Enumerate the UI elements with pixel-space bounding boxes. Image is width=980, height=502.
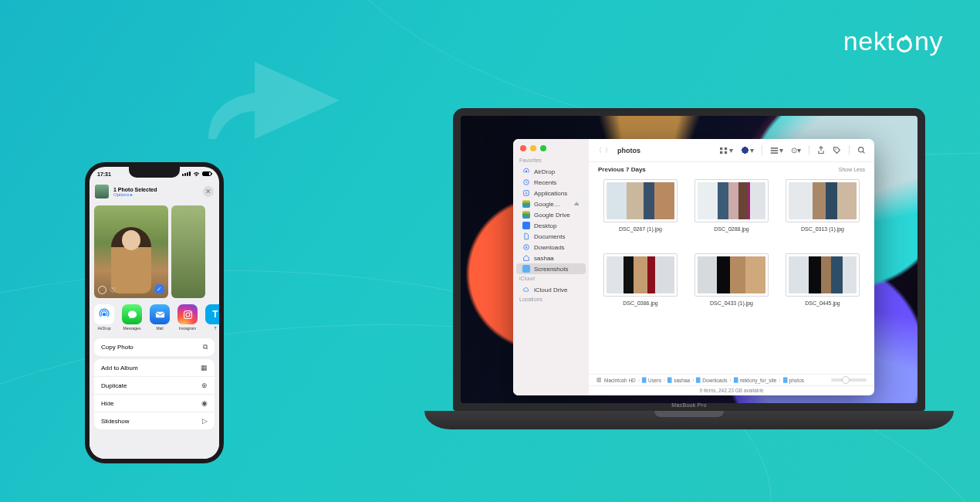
close-button[interactable]: ✕ [203, 186, 214, 197]
minimize-window-button[interactable] [530, 145, 536, 151]
apps-icon: A [522, 189, 530, 197]
cloud-icon [522, 286, 530, 293]
path-segment[interactable]: sashaa [674, 378, 690, 383]
account-menu[interactable]: ▾ [739, 146, 755, 154]
action-label: Slideshow [101, 418, 129, 425]
sidebar-item-downloads[interactable]: Downloads [516, 242, 586, 253]
sidebar-section-icloud: iCloud [513, 274, 589, 284]
action-copy-photo[interactable]: Copy Photo ⧉ [94, 338, 215, 356]
share-button[interactable] [816, 146, 826, 154]
photo-thumbnail-selected[interactable]: ♡ ✓ [94, 205, 168, 298]
tags-button[interactable] [831, 146, 843, 154]
avatar-icon [741, 146, 749, 154]
sidebar-label: iCloud Drive [534, 287, 568, 293]
brand-o-icon [897, 37, 912, 53]
drive-icon [522, 211, 530, 219]
photo-preview-strip[interactable]: ♡ ✓ [90, 202, 219, 301]
path-segment[interactable]: Macintosh HD [604, 378, 636, 383]
search-button[interactable] [856, 146, 867, 154]
file-name: DSC_0313 (1).jpg [801, 226, 844, 232]
sidebar-item-icloud-drive[interactable]: iCloud Drive [516, 284, 586, 295]
close-window-button[interactable] [520, 145, 526, 151]
show-less-button[interactable]: Show Less [839, 167, 865, 172]
svg-rect-15 [771, 150, 778, 151]
finder-sidebar: Favorites AirDrop Recents AApplications … [513, 139, 589, 395]
file-item[interactable]: DSC_0313 (1).jpg [780, 179, 865, 250]
file-thumbnail [786, 253, 860, 297]
folder-icon: ▇ [783, 377, 787, 383]
path-segment[interactable]: Users [648, 378, 661, 383]
back-button[interactable]: 〈 [596, 146, 602, 154]
file-item[interactable]: DSC_0267 (1).jpg [598, 179, 683, 250]
eject-icon[interactable]: ⏏ [574, 201, 580, 207]
path-segment[interactable]: Downloads [702, 378, 727, 383]
svg-rect-14 [771, 148, 778, 149]
action-add-to-album[interactable]: Add to Album ▦ [94, 359, 215, 376]
drive-icon [522, 200, 530, 208]
finder-main: 〈 〉 photos ▾ ▾ ▾ ⊙▾ [589, 139, 874, 395]
file-name: DSC_0288.jpg [714, 226, 749, 232]
sidebar-label: Applications [534, 190, 567, 197]
app-label: AirDrop [91, 326, 117, 331]
path-segment[interactable]: nektony_for_site [740, 378, 777, 383]
file-name: DSC_0267 (1).jpg [619, 226, 662, 232]
svg-text:A: A [525, 192, 528, 195]
action-menu-button[interactable]: ⊙▾ [789, 146, 803, 154]
view-icons-button[interactable]: ▾ [718, 146, 735, 154]
svg-rect-1 [155, 311, 164, 317]
sidebar-item-airdrop[interactable]: AirDrop [516, 166, 586, 177]
sidebar-label: Google… [534, 201, 560, 208]
cellular-icon [182, 171, 191, 176]
file-item[interactable]: DSC_0288.jpg [689, 179, 774, 250]
sidebar-label: Screenshots [534, 266, 568, 273]
folder-icon [522, 265, 530, 273]
desktop-icon [522, 222, 530, 229]
sidebar-item-screenshots[interactable]: Screenshots [516, 263, 586, 274]
copy-icon: ⧉ [203, 343, 208, 351]
favorite-icon: ♡ [110, 287, 116, 294]
share-app-more[interactable]: T T [202, 304, 219, 331]
zoom-window-button[interactable] [540, 145, 546, 151]
sidebar-label: Google Drive [534, 212, 570, 219]
app-label: Messages [119, 326, 145, 331]
svg-rect-16 [771, 152, 778, 154]
sidebar-label: Desktop [534, 222, 556, 229]
slideshow-icon: ▷ [202, 417, 208, 425]
toolbar-divider [762, 145, 762, 155]
file-item[interactable]: DSC_0445.jpg [780, 253, 865, 324]
disk-icon: ▥ [596, 377, 602, 383]
sidebar-item-recents[interactable]: Recents [516, 177, 586, 188]
sidebar-item-desktop[interactable]: Desktop [516, 220, 586, 231]
sidebar-item-google-drive[interactable]: Google Drive [516, 209, 586, 220]
share-options-link[interactable]: Options ▸ [113, 192, 198, 197]
file-name: DSC_0445.jpg [805, 300, 840, 306]
sidebar-item-google-eject[interactable]: Google…⏏ [516, 198, 586, 209]
share-app-airdrop[interactable]: AirDrop [91, 304, 117, 331]
action-duplicate[interactable]: Duplicate ⊕ [94, 376, 215, 394]
file-name: DSC_0433 (1).jpg [710, 300, 753, 306]
folder-icon: ▇ [667, 377, 671, 383]
sidebar-item-documents[interactable]: Documents [516, 231, 586, 242]
path-segment[interactable]: photos [789, 378, 805, 383]
svg-point-17 [835, 148, 836, 150]
share-app-instagram[interactable]: Instagram [174, 304, 201, 331]
macbook-device: Favorites AirDrop Recents AApplications … [424, 108, 954, 429]
share-app-messages[interactable]: Messages [119, 304, 145, 331]
sidebar-label: sashaa [534, 255, 554, 262]
sidebar-item-applications[interactable]: AApplications [516, 188, 586, 198]
sidebar-item-user[interactable]: sashaa [516, 253, 586, 263]
action-slideshow[interactable]: Slideshow ▷ [94, 412, 215, 429]
photo-thumbnail[interactable] [171, 205, 205, 298]
sidebar-label: AirDrop [534, 168, 555, 175]
hide-icon: ◉ [201, 399, 208, 407]
folder-icon: ▇ [734, 377, 738, 383]
file-item[interactable]: DSC_0433 (1).jpg [689, 253, 774, 324]
action-hide[interactable]: Hide ◉ [94, 394, 215, 412]
forward-button[interactable]: 〉 [605, 146, 611, 154]
file-grid: DSC_0267 (1).jpg DSC_0288.jpg DSC_0313 (… [589, 175, 874, 374]
file-item[interactable]: DSC_0386.jpg [598, 253, 683, 324]
file-thumbnail [603, 179, 678, 222]
icon-size-slider[interactable] [831, 378, 867, 382]
share-app-mail[interactable]: Mail [147, 304, 173, 331]
group-by-button[interactable]: ▾ [769, 146, 785, 154]
